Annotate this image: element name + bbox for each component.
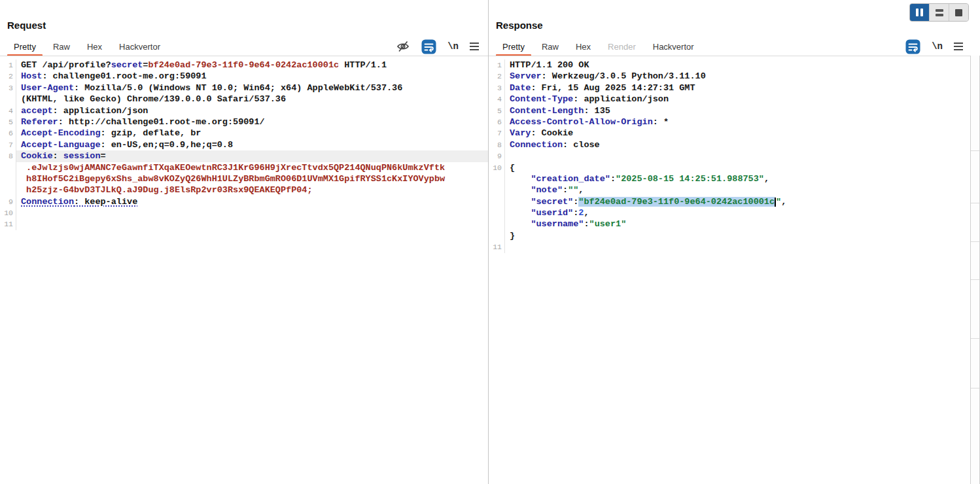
code-line: 8Cookie: session= bbox=[0, 150, 488, 162]
newline-icon[interactable]: \n bbox=[447, 41, 459, 52]
line-number: 3 bbox=[0, 82, 16, 94]
code-line: 4accept: application/json bbox=[0, 105, 488, 116]
tab-hex[interactable]: Hex bbox=[567, 38, 599, 56]
newline-icon[interactable]: \n bbox=[932, 41, 943, 52]
code-line: 3Date: Fri, 15 Aug 2025 14:27:31 GMT bbox=[489, 82, 970, 94]
code-line: 10 bbox=[0, 207, 488, 218]
code-line: 1HTTP/1.1 200 OK bbox=[489, 60, 970, 71]
line-number: 8 bbox=[489, 139, 505, 150]
response-tabs: PrettyRawHexRenderHackvertor bbox=[494, 38, 703, 56]
line-number bbox=[489, 218, 505, 230]
wrap-icon[interactable] bbox=[905, 39, 920, 54]
line-number: 5 bbox=[489, 105, 505, 116]
tab-hackvertor[interactable]: Hackvertor bbox=[644, 38, 703, 56]
request-toolbar: \n bbox=[396, 37, 479, 56]
code-line: 7Accept-Language: en-US,en;q=0.9,he;q=0.… bbox=[0, 139, 488, 150]
code-line: 10{ bbox=[489, 162, 970, 173]
code-line: 6Access-Control-Allow-Origin: * bbox=[489, 116, 970, 128]
response-editor[interactable]: 1HTTP/1.1 200 OK2Server: Werkzeug/3.0.5 … bbox=[489, 56, 970, 484]
line-number bbox=[0, 94, 16, 105]
line-number bbox=[489, 207, 505, 218]
code-line: 7Vary: Cookie bbox=[489, 128, 970, 139]
hide-icon[interactable] bbox=[396, 40, 410, 53]
code-line: 9 bbox=[489, 150, 970, 162]
response-toolbar: \n bbox=[905, 37, 963, 56]
line-number: 11 bbox=[489, 241, 505, 252]
tab-hackvertor[interactable]: Hackvertor bbox=[111, 38, 169, 56]
wrap-icon[interactable] bbox=[421, 39, 436, 54]
line-number: 2 bbox=[0, 71, 16, 82]
response-scroll-rail[interactable] bbox=[970, 56, 980, 484]
code-line: "creation_date":"2025-08-15 14:25:51.988… bbox=[489, 173, 970, 184]
line-number bbox=[0, 184, 16, 196]
code-line: 2Host: challenge01.root-me.org:59091 bbox=[0, 71, 488, 82]
code-line: "username":"user1" bbox=[489, 218, 970, 230]
response-panel: Response PrettyRawHexRenderHackvertor \n… bbox=[489, 0, 980, 484]
line-number: 3 bbox=[489, 82, 505, 94]
line-number: 10 bbox=[489, 162, 505, 173]
code-line: 5Referer: http://challenge01.root-me.org… bbox=[0, 116, 488, 128]
message-editor-split-view: Request PrettyRawHexHackvertor \n 1GET /… bbox=[0, 0, 980, 484]
single-layout-button[interactable] bbox=[949, 4, 968, 21]
code-line: 8Connection: close bbox=[489, 139, 970, 150]
code-line: "note":"", bbox=[489, 184, 970, 196]
line-number bbox=[489, 173, 505, 184]
code-line: 1GET /api/profile?secret=bf24e0ad-79e3-1… bbox=[0, 60, 488, 71]
rows-layout-button[interactable] bbox=[930, 4, 949, 21]
code-line: 3User-Agent: Mozilla/5.0 (Windows NT 10.… bbox=[0, 82, 488, 94]
menu-icon[interactable] bbox=[470, 43, 479, 50]
code-line: 9Connection: keep-alive bbox=[0, 196, 488, 207]
request-panel: Request PrettyRawHexHackvertor \n 1GET /… bbox=[0, 0, 489, 484]
line-number bbox=[0, 173, 16, 184]
tab-pretty[interactable]: Pretty bbox=[5, 38, 44, 56]
code-line: } bbox=[489, 230, 970, 241]
response-panel-title: Response bbox=[496, 20, 543, 31]
code-line: h8IHof5C2iBgepy6xShs_abw8vKOZyQ26WhH1ULZ… bbox=[0, 173, 488, 184]
line-number: 5 bbox=[0, 116, 16, 128]
line-number bbox=[489, 196, 505, 207]
tab-render: Render bbox=[599, 38, 644, 56]
line-number: 6 bbox=[489, 116, 505, 128]
line-number: 11 bbox=[0, 218, 16, 230]
line-number bbox=[0, 162, 16, 173]
request-tabs: PrettyRawHexHackvertor bbox=[5, 38, 169, 56]
line-number: 9 bbox=[0, 196, 16, 207]
code-line: 5Content-Length: 135 bbox=[489, 105, 970, 116]
line-number: 4 bbox=[0, 105, 16, 116]
line-number: 4 bbox=[489, 94, 505, 105]
line-number: 9 bbox=[489, 150, 505, 162]
request-editor[interactable]: 1GET /api/profile?secret=bf24e0ad-79e3-1… bbox=[0, 56, 488, 484]
line-number: 7 bbox=[0, 139, 16, 150]
code-line: 11 bbox=[489, 241, 970, 252]
code-line: 11 bbox=[0, 218, 488, 230]
line-number: 10 bbox=[0, 207, 16, 218]
code-line: "secret":"bf24e0ad-79e3-11f0-9e64-0242ac… bbox=[489, 196, 970, 207]
code-line: .eJwlzjs0wjAMANC7eGawnfiTXqaKEOewtnRC3J1… bbox=[0, 162, 488, 173]
line-number: 8 bbox=[0, 150, 16, 162]
tab-raw[interactable]: Raw bbox=[533, 38, 567, 56]
code-line: h25zjz-G4bvD3TJLkQ.aJ9Dug.j8ElsRp2vr03Rs… bbox=[0, 184, 488, 196]
columns-layout-button[interactable] bbox=[910, 4, 930, 21]
line-number: 1 bbox=[0, 60, 16, 71]
layout-toggle bbox=[909, 3, 969, 22]
code-line: "userid":2, bbox=[489, 207, 970, 218]
tab-hex[interactable]: Hex bbox=[79, 38, 111, 56]
tab-raw[interactable]: Raw bbox=[44, 38, 79, 56]
line-number: 2 bbox=[489, 71, 505, 82]
request-panel-title: Request bbox=[7, 20, 46, 31]
menu-icon[interactable] bbox=[954, 43, 963, 50]
code-line: (KHTML, like Gecko) Chrome/139.0.0.0 Saf… bbox=[0, 94, 488, 105]
line-number: 6 bbox=[0, 128, 16, 139]
line-number: 7 bbox=[489, 128, 505, 139]
tab-pretty[interactable]: Pretty bbox=[494, 38, 533, 56]
code-line: 2Server: Werkzeug/3.0.5 Python/3.11.10 bbox=[489, 71, 970, 82]
line-number bbox=[489, 184, 505, 196]
code-line: 4Content-Type: application/json bbox=[489, 94, 970, 105]
line-number bbox=[489, 230, 505, 241]
line-number: 1 bbox=[489, 60, 505, 71]
code-line: 6Accept-Encoding: gzip, deflate, br bbox=[0, 128, 488, 139]
